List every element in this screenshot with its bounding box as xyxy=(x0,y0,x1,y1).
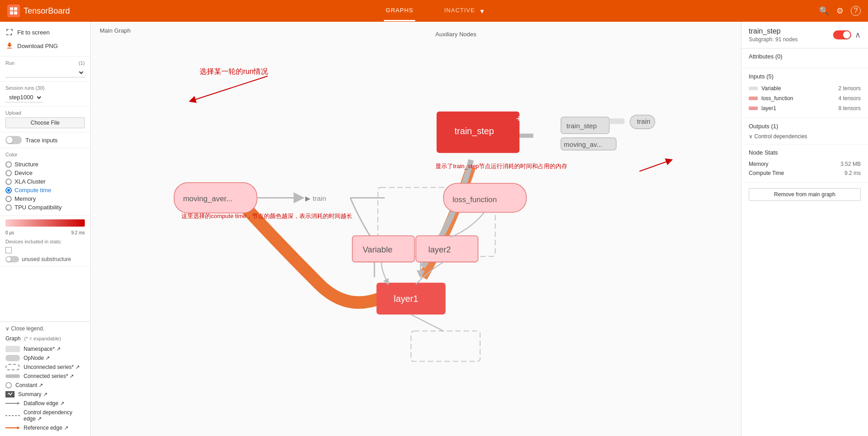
help-icon[interactable]: ? xyxy=(851,6,861,16)
run-count: (1) xyxy=(79,60,85,66)
svg-text:Variable: Variable xyxy=(363,245,393,254)
svg-text:loss_function: loss_function xyxy=(453,195,497,204)
control-icon xyxy=(5,412,20,419)
svg-text:layer2: layer2 xyxy=(428,245,451,254)
download-png-button[interactable]: Download PNG xyxy=(5,39,85,53)
toggle-knob xyxy=(6,137,13,143)
svg-rect-23 xyxy=(411,331,480,361)
loss-function-color xyxy=(749,97,758,100)
tab-inactive[interactable]: INACTIVE xyxy=(442,0,477,21)
xla-label: XLA Cluster xyxy=(15,178,46,185)
session-count: (30) xyxy=(36,85,45,91)
legend-unconnected: Unconnected series* ↗ xyxy=(5,363,85,372)
devices-checkbox[interactable] xyxy=(5,247,12,253)
legend-constant: Constant ↗ xyxy=(5,381,85,390)
node-stats-section: Node Stats Memory 3.52 MB Compute Time 9… xyxy=(741,145,868,183)
unused-substructure-toggle[interactable] xyxy=(5,256,19,262)
svg-text:+: + xyxy=(516,113,522,124)
run-section: Run (1) xyxy=(0,57,90,82)
memory-stat-value: 3.52 MB xyxy=(840,161,861,167)
color-xla-option[interactable]: XLA Cluster xyxy=(5,177,85,186)
search-icon[interactable]: 🔍 xyxy=(819,6,829,16)
panel-toggle[interactable] xyxy=(833,30,851,39)
outputs-section: Outputs (1) ∨ Control dependencies xyxy=(741,118,868,145)
remove-from-main-graph-button[interactable]: Remove from main graph xyxy=(749,188,861,201)
reference-edge-label: Reference edge ↗ xyxy=(24,425,68,431)
graph-svg[interactable]: train_step + moving_aver... ▶ train Vari… xyxy=(91,22,741,436)
sidebar: Fit to screen Download PNG Run (1) Sessi… xyxy=(0,22,91,436)
color-memory-option[interactable]: Memory xyxy=(5,194,85,203)
svg-marker-9 xyxy=(17,402,20,405)
download-icon xyxy=(5,42,14,50)
tpu-radio[interactable] xyxy=(5,204,12,211)
compute-time-stat-value: 9.2 ms xyxy=(844,170,861,176)
app-logo: TensorBoard xyxy=(7,5,70,17)
svg-rect-3 xyxy=(14,11,17,15)
color-tpu-option[interactable]: TPU Compatibility xyxy=(5,203,85,212)
unused-substructure-label: unused substructure xyxy=(22,256,71,262)
panel-node-title: train_step xyxy=(749,27,798,35)
graph-area[interactable]: Main Graph Auxiliary Nodes xyxy=(91,22,741,436)
session-label: Session runs xyxy=(5,85,34,91)
tab-graphs[interactable]: GRAPHS xyxy=(384,0,415,21)
trace-inputs-label: Trace inputs xyxy=(25,137,58,144)
choose-file-button[interactable]: Choose File xyxy=(5,117,85,128)
run-label: Run xyxy=(5,60,15,66)
legend-connected: Connected series* ↗ xyxy=(5,372,85,381)
run-select[interactable] xyxy=(5,68,85,78)
attributes-section: Attributes (0) xyxy=(741,48,868,68)
settings-icon[interactable]: ⚙ xyxy=(836,6,844,16)
color-structure-option[interactable]: Structure xyxy=(5,160,85,169)
memory-radio[interactable] xyxy=(5,196,12,202)
color-label: Color xyxy=(5,152,85,157)
compute-radio-dot xyxy=(7,189,10,192)
session-select[interactable]: step1000 xyxy=(5,92,43,102)
legend-opnode: OpNode ↗ xyxy=(5,354,85,363)
input-variable: Variable 2 tensors xyxy=(749,83,861,93)
input-layer1: layer1 8 tensors xyxy=(749,103,861,113)
device-label: Device xyxy=(15,170,33,176)
color-compute-option[interactable]: Compute time xyxy=(5,186,85,194)
memory-stat-name: Memory xyxy=(749,161,768,167)
loss-function-input-value: 4 tensors xyxy=(839,95,861,102)
legend-close-button[interactable]: ∨ Close legend. xyxy=(5,325,85,332)
namespace-label: Namespace* ↗ xyxy=(24,346,61,352)
panel-collapse-button[interactable]: ∧ xyxy=(855,30,861,40)
devices-label: Devices included in stats: xyxy=(5,239,85,244)
unused-substructure-row: unused substructure xyxy=(5,256,85,262)
svg-text:layer1: layer1 xyxy=(394,294,418,304)
main-layout: Fit to screen Download PNG Run (1) Sessi… xyxy=(0,22,868,436)
variable-color xyxy=(749,87,758,90)
right-panel: train_step Subgraph: 91 nodes ∧ Attribut… xyxy=(741,22,868,436)
inputs-section: Inputs (5) Variable 2 tensors loss_funct… xyxy=(741,68,868,118)
svg-text:moving_aver...: moving_aver... xyxy=(183,194,233,203)
fit-screen-button[interactable]: Fit to screen xyxy=(5,25,85,39)
control-dependencies-toggle[interactable]: ∨ Control dependencies xyxy=(749,133,861,140)
compute-radio[interactable] xyxy=(5,187,12,194)
structure-radio[interactable] xyxy=(5,161,12,168)
legend-dataflow: Dataflow edge ↗ xyxy=(5,399,85,408)
xla-radio[interactable] xyxy=(5,179,12,185)
color-device-option[interactable]: Device xyxy=(5,169,85,177)
loss-function-input-name: loss_function xyxy=(761,95,835,102)
compute-time-stat: Compute Time 9.2 ms xyxy=(749,169,861,178)
topbar-tabs: GRAPHS INACTIVE ▾ xyxy=(384,0,484,21)
legend-expandable-note: (* = expandable) xyxy=(24,336,61,341)
main-content: Main Graph Auxiliary Nodes xyxy=(91,22,868,436)
device-radio[interactable] xyxy=(5,170,12,176)
constant-icon xyxy=(5,382,12,388)
opnode-icon xyxy=(5,355,20,361)
gradient-min: 0 μs xyxy=(5,230,14,235)
fit-screen-label: Fit to screen xyxy=(17,29,50,36)
legend-graph-label: Graph xyxy=(5,335,20,342)
trace-inputs-toggle[interactable] xyxy=(5,136,22,144)
devices-section: Devices included in stats: unused substr… xyxy=(0,235,90,266)
app-title: TensorBoard xyxy=(24,6,70,16)
inactive-dropdown-icon[interactable]: ▾ xyxy=(480,7,484,15)
panel-toggle-knob xyxy=(843,31,850,39)
svg-text:▶ train: ▶ train xyxy=(305,194,326,202)
gradient-max: 9.2 ms xyxy=(71,230,85,235)
svg-rect-25 xyxy=(610,118,625,124)
svg-text:train_step: train_step xyxy=(566,122,597,130)
layer1-input-value: 8 tensors xyxy=(839,105,861,111)
